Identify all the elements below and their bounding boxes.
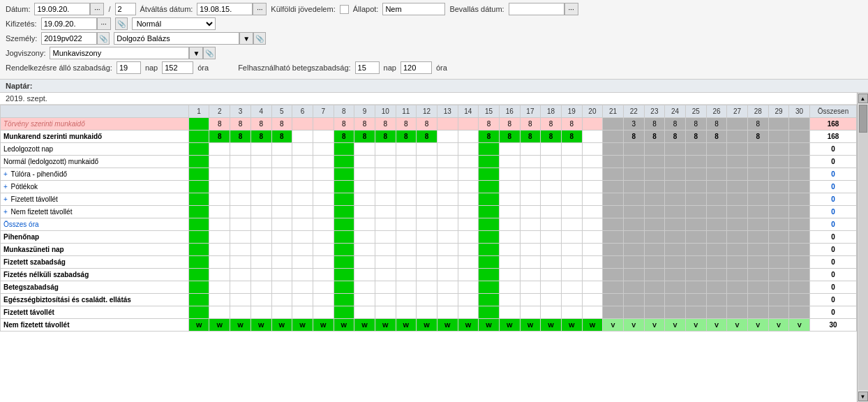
cell[interactable] (561, 156, 582, 168)
cell[interactable] (375, 168, 396, 181)
cell[interactable]: 8 (499, 118, 520, 131)
cell[interactable] (250, 181, 271, 193)
cell[interactable] (292, 206, 313, 218)
cell[interactable] (582, 231, 603, 244)
cell[interactable] (623, 143, 644, 156)
cell[interactable] (396, 231, 417, 244)
cell[interactable] (230, 168, 251, 181)
cell[interactable] (603, 231, 624, 244)
cell[interactable] (644, 193, 665, 206)
cell[interactable] (644, 244, 665, 256)
cell[interactable] (417, 143, 437, 156)
cell[interactable] (603, 131, 624, 143)
cell[interactable] (623, 206, 644, 218)
cell[interactable] (520, 256, 541, 269)
cell[interactable]: 8 (354, 118, 375, 131)
bevallas-input[interactable] (509, 3, 564, 15)
cell[interactable] (747, 193, 768, 206)
cell[interactable] (437, 181, 458, 193)
cell[interactable]: 8 (334, 131, 354, 143)
cell[interactable] (665, 256, 686, 269)
szemely-input[interactable] (41, 32, 97, 45)
cell[interactable] (458, 143, 479, 156)
cell[interactable] (789, 131, 810, 143)
cell[interactable] (520, 193, 541, 206)
cell[interactable] (747, 256, 768, 269)
cell[interactable] (603, 256, 624, 269)
cell[interactable] (250, 281, 271, 294)
cell[interactable]: 8 (396, 131, 417, 143)
cell[interactable] (313, 231, 334, 244)
cell[interactable]: W (541, 319, 562, 332)
cell[interactable] (561, 269, 582, 281)
cell[interactable] (375, 231, 396, 244)
cell[interactable] (747, 244, 768, 256)
cell[interactable] (334, 256, 354, 269)
cell[interactable] (623, 306, 644, 319)
cell[interactable] (685, 143, 706, 156)
cell[interactable] (561, 256, 582, 269)
cell[interactable] (623, 193, 644, 206)
cell[interactable] (685, 281, 706, 294)
cell[interactable] (706, 269, 727, 281)
cell[interactable] (188, 193, 209, 206)
cell[interactable] (271, 306, 292, 319)
cell[interactable] (665, 206, 686, 218)
cell[interactable] (396, 294, 417, 306)
cell[interactable] (768, 118, 789, 131)
cell[interactable] (313, 131, 334, 143)
kifizetes-dots-btn[interactable]: ··· (97, 17, 111, 30)
scroll-track[interactable] (858, 105, 868, 390)
cell[interactable] (437, 256, 458, 269)
cell[interactable] (644, 231, 665, 244)
cell[interactable] (747, 294, 768, 306)
cell[interactable] (644, 294, 665, 306)
cell[interactable]: W (188, 319, 209, 332)
fizetett-expand[interactable]: + (3, 195, 8, 203)
cell[interactable]: V (768, 319, 789, 332)
cell[interactable] (271, 206, 292, 218)
cell[interactable]: 8 (665, 118, 686, 131)
cell[interactable] (458, 281, 479, 294)
cell[interactable] (561, 218, 582, 231)
dolgozo-input[interactable] (114, 32, 239, 45)
cell[interactable]: 8 (271, 131, 292, 143)
cell[interactable] (230, 256, 251, 269)
cell[interactable]: W (313, 319, 334, 332)
cell[interactable] (582, 131, 603, 143)
cell[interactable] (582, 181, 603, 193)
cell[interactable] (541, 281, 562, 294)
cell[interactable] (727, 118, 748, 131)
cell[interactable] (292, 306, 313, 319)
cell[interactable] (789, 244, 810, 256)
cell[interactable] (768, 231, 789, 244)
cell[interactable] (250, 306, 271, 319)
cell[interactable] (209, 294, 230, 306)
cell[interactable] (623, 294, 644, 306)
kifizetes-input[interactable] (41, 17, 97, 30)
cell[interactable]: 8 (375, 118, 396, 131)
cell[interactable] (582, 269, 603, 281)
cell[interactable] (665, 181, 686, 193)
cell[interactable] (396, 181, 417, 193)
cell[interactable] (313, 269, 334, 281)
cell[interactable]: 8 (685, 131, 706, 143)
cell[interactable] (375, 244, 396, 256)
cell[interactable] (209, 269, 230, 281)
cell[interactable] (313, 206, 334, 218)
cell[interactable] (644, 143, 665, 156)
cell[interactable] (437, 168, 458, 181)
scroll-thumb[interactable] (859, 105, 867, 133)
cell[interactable] (727, 206, 748, 218)
cell[interactable] (499, 193, 520, 206)
cell[interactable]: W (230, 319, 251, 332)
cell[interactable] (644, 306, 665, 319)
cell[interactable] (437, 206, 458, 218)
cell[interactable] (685, 294, 706, 306)
dolgozo-down-btn[interactable]: ▼ (239, 32, 253, 45)
cell[interactable] (437, 118, 458, 131)
cell[interactable]: 8 (706, 131, 727, 143)
cell[interactable] (292, 181, 313, 193)
cell[interactable] (541, 306, 562, 319)
cell[interactable] (458, 168, 479, 181)
